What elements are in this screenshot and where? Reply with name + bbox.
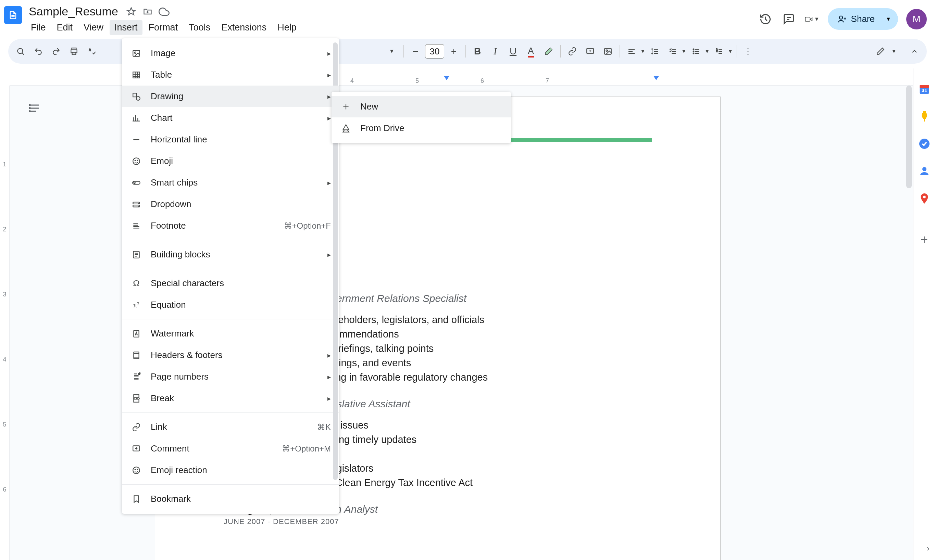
calendar-icon[interactable]: 31 [918,82,931,96]
bold-icon[interactable]: B [469,43,486,60]
menu-special-characters[interactable]: ΩSpecial characters [122,272,339,294]
redo-icon[interactable] [48,43,65,60]
svg-rect-0 [805,17,810,21]
menu-label: Table [151,69,327,80]
search-icon[interactable] [12,43,29,60]
menu-help[interactable]: Help [273,20,301,35]
expand-panel-icon[interactable]: › [927,543,929,553]
user-avatar[interactable]: M [906,9,927,29]
document-title[interactable]: Sample_Resume [26,4,121,19]
submenu-arrow-icon: ▸ [327,251,331,259]
link-icon [130,421,142,433]
share-label: Share [851,14,875,24]
menu-emoji[interactable]: Emoji [122,150,339,172]
menu-bookmark[interactable]: Bookmark [122,488,339,510]
menu-link[interactable]: Link⌘K [122,416,339,438]
job3-dates: JUNE 2007 - DECEMBER 2007 [223,517,652,526]
menu-dropdown[interactable]: Dropdown [122,194,339,215]
menu-equation[interactable]: π²Equation [122,294,339,315]
text-color-icon[interactable]: A [523,43,539,60]
contacts-icon[interactable] [918,164,931,178]
maps-icon[interactable] [918,192,931,205]
add-comment-icon[interactable] [582,43,598,60]
main-scrollbar[interactable] [906,86,912,188]
indent-marker-left[interactable] [444,76,449,80]
menu-comment[interactable]: Comment⌘+Option+M [122,438,339,459]
menu-drawing[interactable]: Drawing▸ [122,86,339,107]
font-size-increase[interactable]: + [445,43,462,60]
insert-link-icon[interactable] [564,43,581,60]
menu-insert[interactable]: Insert [109,20,142,35]
svg-point-36 [133,467,140,474]
menu-watermark[interactable]: Watermark [122,323,339,345]
line-spacing-icon[interactable] [647,43,663,60]
svg-point-9 [693,49,694,50]
numbered-list-icon[interactable]: 12 [711,43,727,60]
spellcheck-icon[interactable] [83,43,100,60]
side-panel: 31 + › [913,68,935,560]
checklist-icon[interactable] [664,43,681,60]
docs-logo[interactable] [4,6,22,24]
highlight-icon[interactable] [541,43,557,60]
submenu-arrow-icon: ▸ [327,373,331,381]
menu-image[interactable]: Image▸ [122,42,339,64]
share-button[interactable]: Share [828,8,884,30]
svg-text:#: # [139,372,140,375]
keep-icon[interactable] [918,109,931,123]
more-tools-icon[interactable]: ⋮ [740,43,756,60]
svg-point-24 [137,160,138,160]
menu-tools[interactable]: Tools [184,20,215,35]
align-icon[interactable] [623,43,640,60]
svg-point-43 [922,167,926,171]
footnote-icon [130,220,142,232]
menu-building-blocks[interactable]: Building blocks▸ [122,244,339,265]
bullet-list-icon[interactable] [688,43,704,60]
font-size-decrease[interactable]: − [407,43,424,60]
menu-footnote[interactable]: Footnote⌘+Option+F [122,215,339,237]
menu-emoji-reaction[interactable]: Emoji reaction [122,459,339,481]
menu-label: Emoji reaction [151,465,331,475]
pagenum-icon: # [130,371,142,383]
menu-extensions[interactable]: Extensions [216,20,271,35]
italic-icon[interactable]: I [487,43,504,60]
submenu-from-drive[interactable]: From Drive [331,117,511,139]
cloud-status-icon[interactable] [158,6,170,18]
font-size-input[interactable] [425,44,444,58]
svg-point-44 [923,196,926,198]
move-icon[interactable] [142,6,154,18]
collapse-toolbar-icon[interactable] [906,43,923,60]
edit-mode-icon[interactable] [872,43,889,60]
meet-icon[interactable]: ▼ [804,12,819,27]
menu-edit[interactable]: Edit [52,20,78,35]
font-dropdown-icon[interactable]: ▼ [384,43,400,60]
menu-file[interactable]: File [26,20,51,35]
svg-point-2 [17,48,23,54]
menu-chart[interactable]: Chart▸ [122,107,339,129]
tasks-icon[interactable] [918,137,931,151]
submenu-new[interactable]: New [331,96,511,117]
menu-break[interactable]: Break▸ [122,388,339,409]
menu-label: Watermark [151,328,331,339]
comments-icon[interactable] [781,12,796,27]
underline-icon[interactable]: U [505,43,521,60]
menu-format[interactable]: Format [144,20,183,35]
print-icon[interactable] [66,43,82,60]
indent-marker-right[interactable] [653,76,659,80]
menu-label: Image [151,48,327,58]
undo-icon[interactable] [30,43,46,60]
menu-table[interactable]: Table▸ [122,64,339,86]
menu-horizontal-line[interactable]: Horizontal line [122,129,339,150]
star-icon[interactable] [125,6,137,18]
outline-toggle-icon[interactable] [29,102,45,118]
menu-headers-footers[interactable]: Headers & footers▸ [122,345,339,366]
insert-image-icon[interactable] [600,43,616,60]
share-dropdown-icon[interactable]: ▼ [884,12,898,26]
add-addon-icon[interactable]: + [918,233,931,246]
menu-page-numbers[interactable]: #Page numbers▸ [122,366,339,388]
menu-smart-chips[interactable]: Smart chips▸ [122,172,339,194]
menu-view[interactable]: View [79,20,108,35]
history-icon[interactable] [758,12,773,27]
svg-rect-19 [133,72,140,78]
svg-rect-31 [134,352,139,359]
menu-label: Chart [151,112,327,123]
